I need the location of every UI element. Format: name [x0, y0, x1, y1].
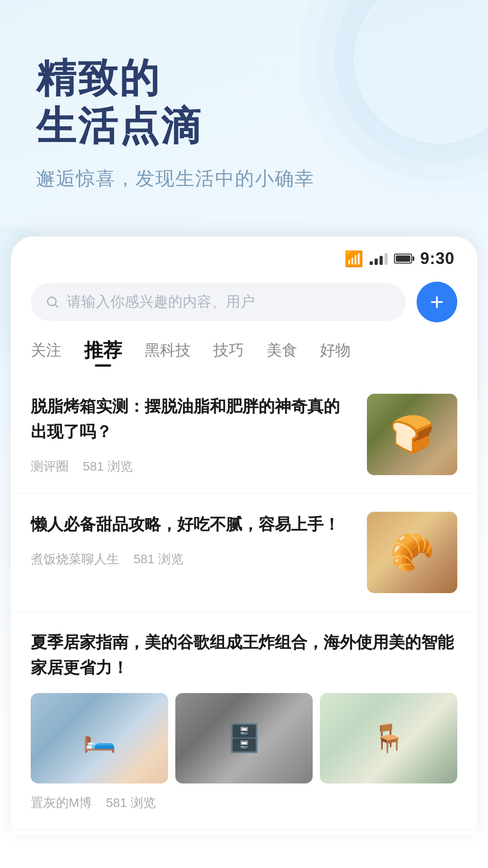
hero-section: 精致的 生活点滴 邂逅惊喜，发现生活中的小确幸 [0, 0, 488, 218]
article-author: 置灰的M博 [31, 796, 92, 810]
article-views: 581 浏览 [133, 552, 183, 566]
status-bar: 📶 9:30 [11, 236, 477, 273]
battery-icon [394, 254, 412, 264]
status-time: 9:30 [420, 249, 455, 268]
hero-subtitle: 邂逅惊喜，发现生活中的小确幸 [36, 166, 452, 191]
article-content: 脱脂烤箱实测：摆脱油脂和肥胖的神奇真的出现了吗？ 测评圈 581 浏览 [31, 394, 353, 475]
grid-image-drawer: 🗄️ [175, 693, 313, 783]
grid-image-chair: 🪑 [320, 693, 457, 783]
search-placeholder-text: 请输入你感兴趣的内容、用户 [67, 292, 255, 312]
article-meta: 置灰的M博 581 浏览 [31, 794, 457, 811]
article-author: 测评圈 [31, 459, 69, 473]
article-thumbnail [367, 394, 457, 475]
pastry-image [367, 512, 457, 593]
article-meta: 煮饭烧菜聊人生 581 浏览 [31, 551, 353, 568]
tab-tech[interactable]: 黑科技 [145, 340, 191, 364]
add-button[interactable]: + [417, 282, 457, 322]
signal-icon [370, 252, 388, 265]
search-bar[interactable]: 请输入你感兴趣的内容、用户 [31, 283, 406, 321]
tab-tips[interactable]: 技巧 [213, 340, 244, 364]
article-title: 脱脂烤箱实测：摆脱油脂和肥胖的神奇真的出现了吗？ [31, 394, 353, 444]
svg-line-1 [55, 305, 58, 307]
grid-image-bedroom: 🛏️ [31, 693, 168, 783]
search-icon [45, 295, 60, 309]
article-title: 夏季居家指南，美的谷歌组成王炸组合，海外使用美的智能家居更省力！ [31, 630, 457, 680]
article-views: 581 浏览 [83, 459, 133, 473]
article-content: 懒人必备甜品攻略，好吃不腻，容易上手！ 煮饭烧菜聊人生 581 浏览 [31, 512, 353, 568]
tab-goods[interactable]: 好物 [320, 340, 351, 364]
tab-recommend[interactable]: 推荐 [84, 338, 122, 367]
tab-bar: 关注 推荐 黑科技 技巧 美食 好物 [11, 327, 477, 371]
tab-follow[interactable]: 关注 [31, 340, 61, 364]
article-title: 懒人必备甜品攻略，好吃不腻，容易上手！ [31, 512, 353, 537]
phone-card: 📶 9:30 请输入你感兴趣的内容、用户 [11, 236, 477, 835]
article-item[interactable]: 懒人必备甜品攻略，好吃不腻，容易上手！ 煮饭烧菜聊人生 581 浏览 [11, 494, 477, 612]
article-meta: 测评圈 581 浏览 [31, 458, 353, 475]
status-icons: 📶 [344, 250, 412, 268]
article-item[interactable]: 夏季居家指南，美的谷歌组成王炸组合，海外使用美的智能家居更省力！ 🛏️ 🗄️ 🪑… [11, 612, 477, 830]
wifi-icon: 📶 [344, 250, 363, 268]
bread-image [367, 394, 457, 475]
article-list: 脱脂烤箱实测：摆脱油脂和肥胖的神奇真的出现了吗？ 测评圈 581 浏览 懒人必备… [11, 371, 477, 835]
article-author: 煮饭烧菜聊人生 [31, 552, 119, 566]
article-image-grid: 🛏️ 🗄️ 🪑 [31, 693, 457, 783]
article-thumbnail [367, 512, 457, 593]
article-views: 581 浏览 [106, 796, 156, 810]
article-item[interactable]: 脱脂烤箱实测：摆脱油脂和肥胖的神奇真的出现了吗？ 测评圈 581 浏览 [11, 376, 477, 494]
search-area: 请输入你感兴趣的内容、用户 + [11, 273, 477, 327]
hero-title: 精致的 生活点滴 [36, 54, 452, 150]
tab-food[interactable]: 美食 [267, 340, 297, 364]
